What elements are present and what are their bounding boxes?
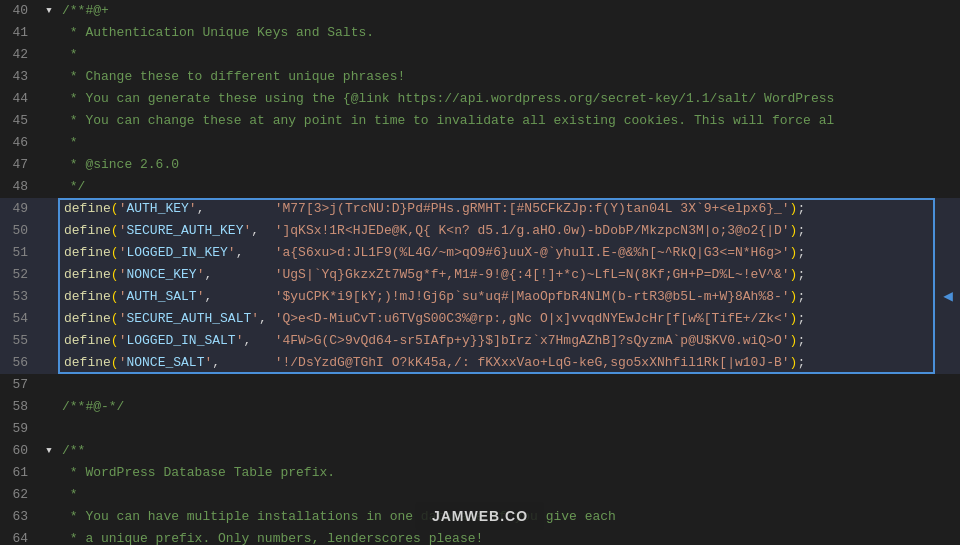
- line-number: 48: [0, 176, 40, 198]
- line-number: 54: [0, 308, 40, 330]
- code-line: 53define('AUTH_SALT', '$yuCPK*i9[kY;)!mJ…: [0, 286, 960, 308]
- code-line: 49define('AUTH_KEY', 'M77[3>j(TrcNU:D}Pd…: [0, 198, 960, 220]
- code-line: 47 * @since 2.6.0: [0, 154, 960, 176]
- line-number: 57: [0, 374, 40, 396]
- code-line: 43 * Change these to different unique ph…: [0, 66, 960, 88]
- line-number: 52: [0, 264, 40, 286]
- line-content: define('AUTH_SALT', '$yuCPK*i9[kY;)!mJ!G…: [58, 286, 960, 308]
- arrow-indicator: ◀: [938, 286, 958, 308]
- line-content: define('LOGGED_IN_SALT', '4FW>G(C>9vQd64…: [58, 330, 960, 352]
- line-number: 47: [0, 154, 40, 176]
- code-line: 64 * a unique prefix. Only numbers, lend…: [0, 528, 960, 545]
- fold-indicator[interactable]: ▼: [40, 440, 58, 462]
- code-line: 56define('NONCE_SALT', '!/DsYzdG@TGhI O?…: [0, 352, 960, 374]
- code-line: 51define('LOGGED_IN_KEY', 'a{S6xu>d:JL1F…: [0, 242, 960, 264]
- fold-indicator[interactable]: ▼: [40, 0, 58, 22]
- line-content: */: [58, 176, 960, 198]
- line-number: 60: [0, 440, 40, 462]
- code-line: 44 * You can generate these using the {@…: [0, 88, 960, 110]
- code-line: 45 * You can change these at any point i…: [0, 110, 960, 132]
- line-number: 42: [0, 44, 40, 66]
- code-line: 52define('NONCE_KEY', 'UgS|`Yq}GkzxZt7W5…: [0, 264, 960, 286]
- line-content: define('LOGGED_IN_KEY', 'a{S6xu>d:JL1F9(…: [58, 242, 960, 264]
- line-content: /**#@+: [58, 0, 960, 22]
- line-number: 61: [0, 462, 40, 484]
- line-content: * You can change these at any point in t…: [58, 110, 960, 132]
- line-number: 45: [0, 110, 40, 132]
- code-editor: 40▼/**#@+41 * Authentication Unique Keys…: [0, 0, 960, 545]
- code-line: 60▼/**: [0, 440, 960, 462]
- line-number: 55: [0, 330, 40, 352]
- code-line: 46 *: [0, 132, 960, 154]
- line-number: 58: [0, 396, 40, 418]
- lines-container: 40▼/**#@+41 * Authentication Unique Keys…: [0, 0, 960, 545]
- line-content: * WordPress Database Table prefix.: [58, 462, 960, 484]
- line-number: 49: [0, 198, 40, 220]
- code-line: 57: [0, 374, 960, 396]
- line-number: 63: [0, 506, 40, 528]
- code-line: 59: [0, 418, 960, 440]
- line-content: define('SECURE_AUTH_SALT', 'Q>e<D-MiuCvT…: [58, 308, 960, 330]
- line-number: 59: [0, 418, 40, 440]
- line-content: /**#@-*/: [58, 396, 960, 418]
- line-content: * Change these to different unique phras…: [58, 66, 960, 88]
- line-number: 51: [0, 242, 40, 264]
- watermark: JAMWEB.CO: [416, 502, 544, 530]
- code-line: 58/**#@-*/: [0, 396, 960, 418]
- line-content: define('AUTH_KEY', 'M77[3>j(TrcNU:D}Pd#P…: [58, 198, 960, 220]
- line-number: 43: [0, 66, 40, 88]
- code-area: 40▼/**#@+41 * Authentication Unique Keys…: [0, 0, 960, 545]
- line-content: * You can generate these using the {@lin…: [58, 88, 960, 110]
- code-line: 61 * WordPress Database Table prefix.: [0, 462, 960, 484]
- line-number: 50: [0, 220, 40, 242]
- line-content: define('SECURE_AUTH_KEY', ']qKSx!1R<HJED…: [58, 220, 960, 242]
- line-content: /**: [58, 440, 960, 462]
- line-content: * @since 2.6.0: [58, 154, 960, 176]
- line-content: *: [58, 44, 960, 66]
- line-content: *: [58, 132, 960, 154]
- line-number: 40: [0, 0, 40, 22]
- line-number: 44: [0, 88, 40, 110]
- line-number: 64: [0, 528, 40, 545]
- line-number: 46: [0, 132, 40, 154]
- line-content: define('NONCE_SALT', '!/DsYzdG@TGhI O?kK…: [58, 352, 960, 374]
- line-number: 53: [0, 286, 40, 308]
- code-line: 40▼/**#@+: [0, 0, 960, 22]
- code-line: 42 *: [0, 44, 960, 66]
- line-number: 62: [0, 484, 40, 506]
- code-line: 55define('LOGGED_IN_SALT', '4FW>G(C>9vQd…: [0, 330, 960, 352]
- line-number: 56: [0, 352, 40, 374]
- line-content: * a unique prefix. Only numbers, lenders…: [58, 528, 960, 545]
- line-content: define('NONCE_KEY', 'UgS|`Yq}GkzxZt7W5g*…: [58, 264, 960, 286]
- code-line: 54define('SECURE_AUTH_SALT', 'Q>e<D-MiuC…: [0, 308, 960, 330]
- code-line: 41 * Authentication Unique Keys and Salt…: [0, 22, 960, 44]
- code-line: 48 */: [0, 176, 960, 198]
- line-number: 41: [0, 22, 40, 44]
- code-line: 50define('SECURE_AUTH_KEY', ']qKSx!1R<HJ…: [0, 220, 960, 242]
- line-content: * Authentication Unique Keys and Salts.: [58, 22, 960, 44]
